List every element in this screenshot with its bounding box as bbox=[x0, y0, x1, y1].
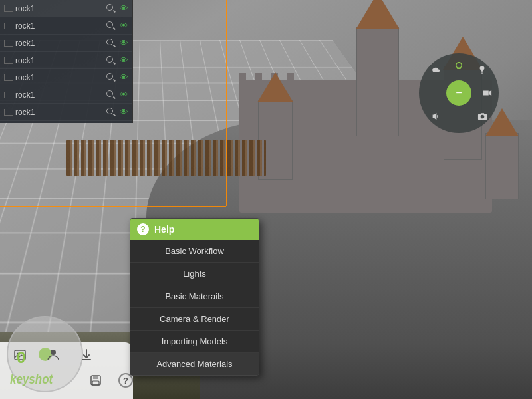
eye-icon[interactable]: 👁 bbox=[120, 3, 128, 13]
layer-icons: 👁 bbox=[106, 38, 128, 48]
eye-icon[interactable]: 👁 bbox=[120, 38, 128, 48]
help-header-icon: ? bbox=[137, 223, 149, 235]
layer-name: rock1 bbox=[15, 39, 106, 48]
logo-version: 0 bbox=[17, 348, 25, 367]
svg-rect-5 bbox=[93, 376, 98, 379]
layer-row[interactable]: rock1 👁 bbox=[0, 104, 132, 121]
help-header-label: Help bbox=[154, 224, 174, 235]
layer-panel: rock1 👁 rock1 👁 rock1 👁 rock1 bbox=[0, 0, 133, 123]
bottom-logo-area: ? 0 keyshot bbox=[0, 342, 133, 399]
logo-brand: keyshot bbox=[10, 372, 53, 387]
help-menu: ? Help Basic Workflow Lights Basic Mater… bbox=[130, 218, 259, 376]
layer-row[interactable]: rock1 👁 bbox=[0, 0, 132, 17]
search-icon[interactable] bbox=[106, 21, 116, 31]
layer-icons: 👁 bbox=[106, 72, 128, 82]
layer-row[interactable]: rock1 👁 bbox=[0, 86, 132, 104]
help-item-advanced-materials[interactable]: Advanced Materials bbox=[130, 353, 259, 375]
search-icon[interactable] bbox=[106, 56, 116, 65]
search-icon[interactable] bbox=[106, 90, 116, 100]
eye-icon[interactable]: 👁 bbox=[120, 72, 128, 82]
layer-icons: 👁 bbox=[106, 21, 128, 31]
layer-icons: 👁 bbox=[106, 3, 128, 13]
eye-icon[interactable]: 👁 bbox=[120, 55, 128, 65]
layer-row[interactable]: rock1 👁 bbox=[0, 69, 132, 86]
layer-indent bbox=[4, 40, 13, 47]
nav-center-button[interactable]: − bbox=[446, 80, 471, 106]
bottom-btn-row: ? bbox=[86, 371, 133, 390]
save-icon-button[interactable] bbox=[86, 371, 105, 390]
layer-icons: 👁 bbox=[106, 55, 128, 65]
layer-row[interactable]: rock1 👁 bbox=[0, 35, 132, 52]
video-icon[interactable] bbox=[480, 86, 495, 100]
layer-row[interactable]: rock1 👁 bbox=[0, 17, 132, 35]
bulb-icon[interactable] bbox=[475, 63, 489, 77]
layer-name: rock1 bbox=[15, 90, 106, 100]
nav-wheel-outer[interactable]: − bbox=[419, 53, 499, 133]
layer-indent bbox=[4, 5, 13, 12]
help-item-importing-models[interactable]: Importing Models bbox=[130, 331, 259, 353]
viewport: rock1 👁 rock1 👁 rock1 👁 rock1 bbox=[0, 0, 532, 399]
search-icon[interactable] bbox=[106, 108, 116, 117]
tower-4 bbox=[485, 133, 519, 200]
svg-rect-6 bbox=[92, 381, 99, 385]
selection-line-vertical bbox=[226, 0, 227, 206]
wooden-fence bbox=[66, 140, 266, 176]
eye-icon[interactable]: 👁 bbox=[120, 90, 128, 100]
selection-line-horizontal bbox=[0, 206, 226, 207]
search-icon[interactable] bbox=[106, 73, 116, 82]
layer-icons: 👁 bbox=[106, 107, 128, 117]
layer-name: rock1 bbox=[15, 56, 106, 65]
tower-3-roof bbox=[257, 72, 293, 102]
camera-icon[interactable] bbox=[475, 109, 489, 124]
layer-name: rock1 bbox=[15, 73, 106, 82]
layer-indent bbox=[4, 74, 13, 81]
layer-name: rock1 bbox=[15, 4, 106, 13]
download-icon-button[interactable] bbox=[77, 346, 96, 364]
cloud-icon[interactable] bbox=[428, 63, 443, 77]
help-item-basic-workflow[interactable]: Basic Workflow bbox=[130, 240, 259, 263]
speaker-icon[interactable] bbox=[428, 109, 443, 124]
tower-1 bbox=[356, 27, 399, 136]
search-icon[interactable] bbox=[106, 4, 116, 13]
search-icon[interactable] bbox=[106, 39, 116, 48]
environment-icon[interactable] bbox=[452, 59, 466, 73]
layer-icons: 👁 bbox=[106, 90, 128, 100]
eye-icon[interactable]: 👁 bbox=[120, 107, 128, 117]
tower-1-roof bbox=[356, 0, 400, 29]
layer-name: rock1 bbox=[15, 21, 106, 31]
layer-indent bbox=[4, 109, 13, 116]
layer-name: rock1 bbox=[15, 108, 106, 117]
help-item-camera-render[interactable]: Camera & Render bbox=[130, 308, 259, 331]
help-menu-header[interactable]: ? Help bbox=[130, 219, 259, 240]
svg-point-2 bbox=[51, 350, 56, 355]
help-item-basic-materials[interactable]: Basic Materails bbox=[130, 285, 259, 308]
layer-indent bbox=[4, 57, 13, 64]
help-item-lights[interactable]: Lights bbox=[130, 263, 259, 285]
layer-indent bbox=[4, 23, 13, 29]
eye-icon[interactable]: 👁 bbox=[120, 21, 128, 31]
layer-indent bbox=[4, 92, 13, 98]
layer-row[interactable]: rock1 👁 bbox=[0, 52, 132, 69]
person-icon-button[interactable] bbox=[44, 346, 63, 364]
svg-rect-3 bbox=[82, 359, 91, 360]
nav-wheel: − bbox=[419, 53, 499, 133]
